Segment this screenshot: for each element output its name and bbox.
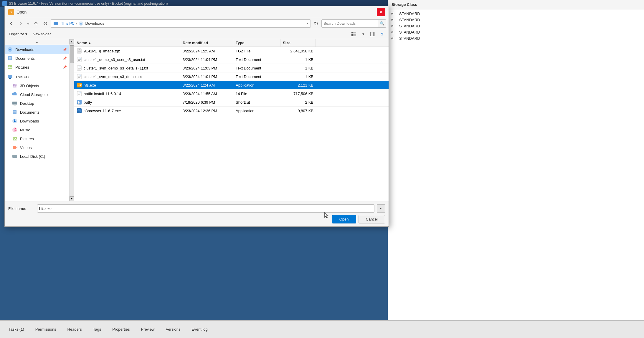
new-folder-button[interactable]: New folder: [30, 31, 53, 37]
scrollbar-track[interactable]: [70, 44, 74, 196]
file-row-putty[interactable]: putty 7/18/2020 6:39 PM Shortcut 2 KB: [74, 98, 389, 107]
file-name-cell-user-txt: cluster1_demo_s3_user_s3_user.txt: [74, 55, 180, 64]
svg-point-31: [14, 138, 14, 139]
file-row-user-txt[interactable]: cluster1_demo_s3_user_s3_user.txt 3/23/2…: [74, 55, 389, 64]
file-row-hfs-exe[interactable]: HFS hfs.exe 3/22/2024 1:24 AM Applicatio…: [74, 81, 389, 90]
storage-class-panel: Storage Class MSTANDARD MSTANDARD MSTAND…: [388, 0, 644, 338]
recent-locations-button[interactable]: [41, 19, 49, 28]
view-dropdown-button[interactable]: ▾: [359, 30, 367, 38]
scrollbar-down-button[interactable]: ▼: [70, 196, 74, 201]
tab-permissions[interactable]: Permissions: [30, 325, 61, 334]
svg-point-27: [12, 127, 17, 132]
preview-pane-button[interactable]: [369, 30, 377, 38]
file-row-tgz[interactable]: 9141P1_q_image.tgz 3/22/2024 1:25 AM TGZ…: [74, 47, 389, 55]
file-size-details-txt: 1 KB: [280, 73, 316, 80]
column-size[interactable]: Size: [280, 39, 316, 47]
organize-dropdown-icon: ▾: [25, 32, 27, 36]
back-button[interactable]: [7, 19, 15, 28]
sidebar-item-pictures[interactable]: Pictures: [5, 134, 69, 143]
sidebar-scroll-up-indicator[interactable]: ▲: [5, 39, 69, 45]
file-row-s3browser-exe[interactable]: s3browser-11-6-7.exe 3/23/2024 12:36 PM …: [74, 107, 389, 115]
file-row-details-txt[interactable]: cluster1_svm_demo_s3_details.txt 3/23/20…: [74, 72, 389, 81]
breadcrumb-separator: ›: [76, 21, 77, 26]
column-date-modified[interactable]: Date modified: [180, 39, 233, 47]
file-name-details1-txt: cluster1_svm_demo_s3_details (1).txt: [84, 66, 148, 70]
sidebar-item-downloads[interactable]: Downloads: [5, 117, 69, 125]
file-list-header: Name ▲ Date modified Type Size: [74, 39, 389, 47]
storage-value: STANDARD: [399, 18, 420, 22]
column-date-label: Date modified: [183, 41, 208, 45]
tab-eventlog[interactable]: Event log: [187, 325, 213, 334]
view-details-button[interactable]: [350, 30, 358, 38]
dialog-nav-toolbar: This PC › Downloads ▾ 🔍: [5, 18, 389, 29]
sidebar-item-3d-objects[interactable]: 3D 3D Objects: [5, 81, 69, 90]
filename-label: File name:: [8, 206, 35, 211]
file-size-hotfix: 717,506 KB: [280, 90, 316, 97]
this-pc-icon: [53, 21, 59, 26]
sidebar-item-this-pc[interactable]: This PC: [5, 72, 69, 81]
sidebar-item-music[interactable]: Music: [5, 125, 69, 134]
forward-button[interactable]: [16, 19, 25, 28]
column-name[interactable]: Name ▲: [74, 39, 180, 47]
scrollbar-thumb[interactable]: [70, 45, 74, 63]
storage-prefix: M: [390, 24, 399, 28]
sidebar-item-documents-quick[interactable]: Documents 📌: [5, 54, 69, 63]
sidebar-label-cloud-storage: Cloud Storage o: [20, 92, 67, 97]
file-size-putty: 2 KB: [280, 99, 316, 106]
file-name-cell-details1-txt: cluster1_svm_demo_s3_details (1).txt: [74, 64, 180, 72]
file-name-s3browser-exe: s3browser-11-6-7.exe: [84, 109, 121, 113]
sidebar-item-desktop[interactable]: Desktop: [5, 99, 69, 108]
file-date-hotfix: 3/23/2024 11:55 AM: [180, 90, 233, 97]
organize-button[interactable]: Organize ▾: [7, 31, 29, 37]
storage-class-header: Storage Class: [388, 0, 644, 9]
file-date-putty: 7/18/2020 6:39 PM: [180, 99, 233, 106]
tab-tags[interactable]: Tags: [88, 325, 106, 334]
search-input[interactable]: [322, 20, 378, 27]
tab-headers[interactable]: Headers: [62, 325, 87, 334]
dialog-close-button[interactable]: ✕: [377, 8, 385, 16]
svg-text:S: S: [10, 11, 12, 14]
svg-text:HFS: HFS: [77, 84, 82, 87]
scrollbar-up-button[interactable]: ▲: [70, 39, 74, 44]
filename-dropdown-button[interactable]: ▾: [377, 204, 385, 213]
storage-rows: MSTANDARD MSTANDARD MSTANDARD MSTANDARD …: [388, 9, 644, 43]
hfs-exe-icon: HFS: [77, 82, 82, 88]
sidebar-item-local-disk[interactable]: Local Disk (C:): [5, 152, 69, 161]
sidebar-label-desktop: Desktop: [20, 101, 67, 106]
storage-row: MSTANDARD: [388, 29, 644, 35]
file-type-hotfix: 14 File: [233, 90, 280, 97]
svg-rect-12: [370, 32, 373, 36]
sidebar-label-pictures: Pictures: [20, 137, 67, 141]
sidebar: ▲ Downloads 📌 Documents 📌: [5, 39, 69, 201]
refresh-button[interactable]: [312, 19, 320, 28]
cancel-button[interactable]: Cancel: [359, 215, 385, 223]
sidebar-item-downloads-quick[interactable]: Downloads 📌: [5, 45, 69, 54]
svg-rect-6: [351, 32, 353, 33]
filename-input[interactable]: [37, 204, 374, 213]
nav-dropdown-button[interactable]: [26, 19, 31, 28]
svg-rect-47: [78, 77, 81, 77]
sidebar-item-pictures-quick[interactable]: Pictures 📌: [5, 63, 69, 72]
sidebar-item-videos[interactable]: Videos: [5, 143, 69, 152]
breadcrumb-this-pc[interactable]: This PC: [61, 21, 75, 26]
tab-properties[interactable]: Properties: [107, 325, 135, 334]
help-button[interactable]: ?: [378, 30, 386, 38]
svg-rect-13: [374, 32, 375, 36]
tab-tasks[interactable]: Tasks (1): [4, 325, 29, 334]
up-button[interactable]: [32, 19, 40, 28]
sidebar-item-cloud-storage[interactable]: Cloud Storage o: [5, 90, 69, 99]
svg-rect-7: [351, 34, 353, 35]
pictures-quick-icon: [7, 64, 13, 70]
sidebar-item-documents[interactable]: Documents: [5, 108, 69, 117]
svg-text:3D: 3D: [13, 84, 17, 87]
file-name-hfs-exe: hfs.exe: [84, 83, 96, 87]
breadcrumb-dropdown-arrow[interactable]: ▾: [306, 21, 308, 25]
file-row-details1-txt[interactable]: cluster1_svm_demo_s3_details (1).txt 3/2…: [74, 64, 389, 72]
search-button[interactable]: 🔍: [378, 20, 386, 27]
column-type[interactable]: Type: [233, 39, 280, 47]
file-row-hotfix[interactable]: hotfix-install-11.6.0.14 3/23/2024 11:55…: [74, 90, 389, 98]
svg-rect-18: [8, 75, 12, 78]
tab-preview[interactable]: Preview: [136, 325, 159, 334]
tab-versions[interactable]: Versions: [161, 325, 186, 334]
open-button[interactable]: Open: [332, 215, 356, 223]
